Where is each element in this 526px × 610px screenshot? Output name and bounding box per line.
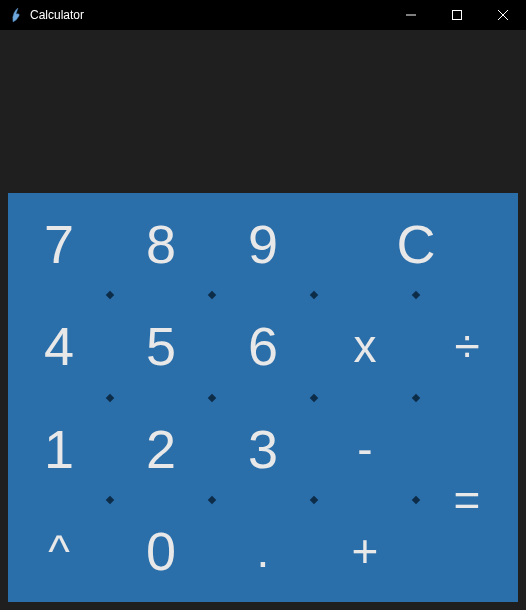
key-multiply[interactable]: x: [314, 295, 416, 397]
keypad: 7 8 9 C 4 5 6 x ÷ 1 2 3 - = ^ 0 . +: [8, 193, 518, 602]
key-5[interactable]: 5: [110, 295, 212, 397]
key-decimal[interactable]: .: [212, 500, 314, 602]
key-3[interactable]: 3: [212, 398, 314, 500]
key-0[interactable]: 0: [110, 500, 212, 602]
app-icon: [8, 7, 24, 23]
window-controls: [388, 0, 526, 30]
key-6[interactable]: 6: [212, 295, 314, 397]
titlebar: Calculator: [0, 0, 526, 30]
window-body: 7 8 9 C 4 5 6 x ÷ 1 2 3 - = ^ 0 . +: [0, 30, 526, 610]
svg-rect-1: [453, 11, 462, 20]
calculator-display: [8, 38, 518, 193]
window-title: Calculator: [30, 8, 84, 22]
key-4[interactable]: 4: [8, 295, 110, 397]
key-plus[interactable]: +: [314, 500, 416, 602]
maximize-button[interactable]: [434, 0, 480, 30]
key-8[interactable]: 8: [110, 193, 212, 295]
key-equals[interactable]: =: [416, 398, 518, 603]
key-9[interactable]: 9: [212, 193, 314, 295]
key-power[interactable]: ^: [8, 500, 110, 602]
key-1[interactable]: 1: [8, 398, 110, 500]
key-minus[interactable]: -: [314, 398, 416, 500]
close-button[interactable]: [480, 0, 526, 30]
key-7[interactable]: 7: [8, 193, 110, 295]
key-divide[interactable]: ÷: [416, 295, 518, 397]
minimize-button[interactable]: [388, 0, 434, 30]
key-clear[interactable]: C: [314, 193, 518, 295]
key-2[interactable]: 2: [110, 398, 212, 500]
